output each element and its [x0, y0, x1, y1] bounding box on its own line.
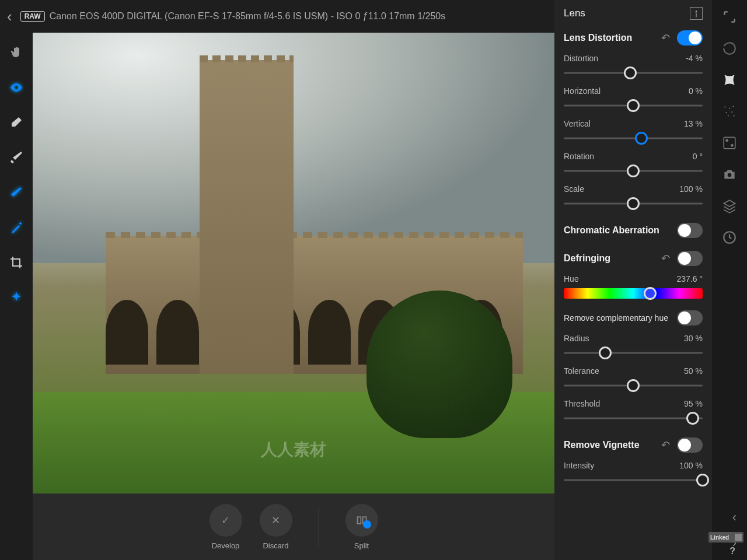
wand-tool[interactable] [8, 219, 25, 236]
svg-point-10 [728, 173, 732, 177]
refresh-icon[interactable] [722, 41, 737, 56]
dice-icon[interactable] [722, 135, 737, 150]
remove-comp-toggle[interactable] [677, 310, 703, 326]
vignette-toggle[interactable] [677, 438, 703, 453]
layers-icon[interactable] [722, 198, 737, 214]
reset-icon[interactable]: ↶ [661, 252, 670, 265]
eraser-tool[interactable] [8, 114, 25, 131]
scale-slider[interactable] [564, 197, 703, 210]
linkedin-badge: Linked [708, 532, 743, 542]
gradient-tool[interactable] [8, 184, 25, 201]
discard-button[interactable]: ✕Discard [260, 504, 292, 550]
pincushion-icon[interactable] [722, 72, 737, 88]
horizontal-slider[interactable] [564, 99, 703, 112]
svg-point-9 [731, 145, 733, 146]
lens-panel: Lens Lens Distortion ↶ Distortion-4 % Ho… [554, 0, 712, 560]
svg-point-12 [15, 86, 18, 89]
chromatic-label: Chromatic Aberration [564, 225, 659, 236]
vignette-label: Remove Vignette [564, 440, 640, 450]
camera-icon[interactable] [722, 167, 737, 182]
defringing-label: Defringing [564, 253, 610, 264]
hand-tool[interactable] [8, 44, 25, 61]
intensity-slider[interactable] [564, 474, 703, 487]
blemish-tool[interactable] [8, 289, 25, 306]
help-icon[interactable]: ? [729, 546, 735, 556]
back-button[interactable]: ‹ [7, 8, 12, 26]
svg-point-2 [732, 106, 734, 107]
raw-badge: RAW [20, 11, 45, 22]
develop-button[interactable]: ✓Develop [210, 504, 242, 550]
vertical-slider[interactable] [564, 132, 703, 145]
threshold-slider[interactable] [564, 412, 703, 425]
noise-icon[interactable] [722, 104, 737, 119]
reset-icon[interactable]: ↶ [661, 439, 670, 452]
tolerance-slider[interactable] [564, 379, 703, 392]
eye-tool[interactable] [8, 79, 25, 96]
rotation-slider[interactable] [564, 164, 703, 177]
image-canvas[interactable]: 人人素材 [33, 33, 554, 494]
svg-point-3 [726, 112, 727, 113]
svg-rect-7 [724, 137, 735, 149]
svg-point-1 [729, 108, 730, 109]
lens-distortion-label: Lens Distortion [564, 33, 632, 43]
hue-slider[interactable] [564, 287, 703, 300]
image-metadata: Canon EOS 400D DIGITAL (Canon EF-S 17-85… [50, 11, 446, 22]
split-button[interactable]: Split [345, 504, 378, 550]
defringing-toggle[interactable] [677, 251, 703, 266]
remove-comp-label: Remove complementary hue [564, 313, 668, 323]
crop-tool[interactable] [8, 254, 25, 271]
history-icon[interactable] [722, 230, 737, 245]
svg-point-5 [728, 116, 729, 117]
radius-slider[interactable] [564, 346, 703, 359]
svg-point-4 [731, 111, 732, 113]
svg-point-6 [734, 116, 735, 117]
chromatic-toggle[interactable] [677, 223, 703, 238]
brush-tool[interactable] [8, 149, 25, 166]
distortion-slider[interactable] [564, 66, 703, 79]
svg-point-0 [724, 106, 725, 107]
svg-point-8 [726, 139, 728, 141]
svg-rect-13 [357, 517, 361, 524]
reset-icon[interactable]: ↶ [661, 32, 670, 44]
nav-prev-icon[interactable]: ‹ [732, 510, 736, 525]
